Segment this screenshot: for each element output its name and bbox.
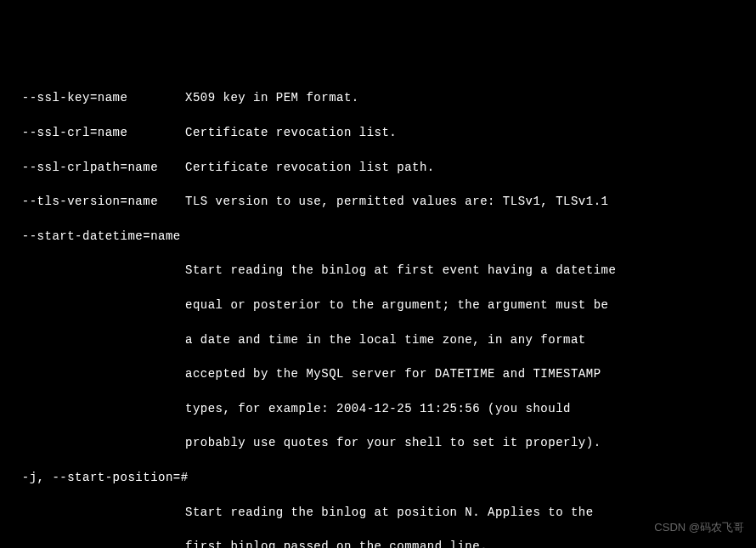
option-flag-ssl-key: --ssl-key=name bbox=[7, 89, 185, 106]
option-desc-line: equal or posterior to the argument; the … bbox=[185, 297, 749, 314]
option-desc-ssl-crl: Certificate revocation list. bbox=[185, 124, 397, 141]
option-desc-line: probably use quotes for your shell to se… bbox=[185, 434, 749, 451]
option-desc-ssl-key: X509 key in PEM format. bbox=[185, 89, 359, 106]
option-desc-line: Start reading the binlog at position N. … bbox=[185, 504, 749, 521]
option-desc-line: Start reading the binlog at first event … bbox=[185, 262, 749, 279]
option-desc-line: types, for example: 2004-12-25 11:25:56 … bbox=[185, 400, 749, 417]
option-flag-tls-version: --tls-version=name bbox=[7, 193, 185, 210]
option-desc-line: accepted by the MySQL server for DATETIM… bbox=[185, 365, 749, 382]
terminal-output: --ssl-key=nameX509 key in PEM format. --… bbox=[7, 72, 749, 548]
option-flag-ssl-crlpath: --ssl-crlpath=name bbox=[7, 159, 185, 176]
option-desc-tls-version: TLS version to use, permitted values are… bbox=[185, 193, 608, 210]
option-desc-line: first binlog passed on the command line. bbox=[185, 538, 749, 548]
option-flag-ssl-crl: --ssl-crl=name bbox=[7, 124, 185, 141]
option-desc-line: a date and time in the local time zone, … bbox=[185, 331, 749, 348]
option-flag-start-datetime: --start-datetime=name bbox=[7, 228, 749, 245]
watermark-text: CSDN @码农飞哥 bbox=[654, 520, 744, 536]
option-desc-ssl-crlpath: Certificate revocation list path. bbox=[185, 159, 435, 176]
option-flag-start-position: -j, --start-position=# bbox=[7, 469, 749, 486]
